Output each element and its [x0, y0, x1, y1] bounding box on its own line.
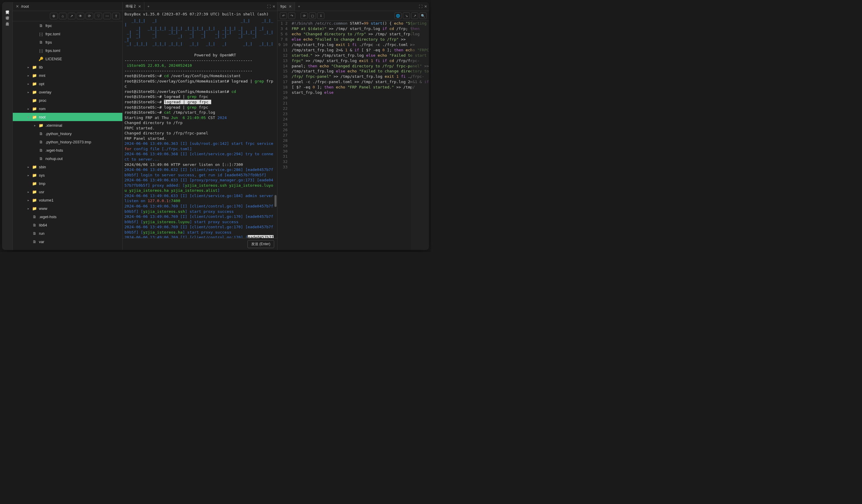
tree-item--wget-hsts[interactable]: 🗎.wget-hsts: [13, 146, 122, 154]
send-button[interactable]: 发送 (Enter): [247, 240, 274, 248]
tree-item-label: root: [39, 115, 45, 119]
tree-item-label: proc: [39, 98, 46, 103]
tree-item-frpc[interactable]: 🗎frpc: [13, 22, 122, 30]
path-bar: ✕ /root: [13, 2, 122, 11]
chevron-icon: ▸: [28, 190, 32, 194]
upload-icon[interactable]: ⇪: [112, 13, 120, 19]
chevron-icon: ▸: [28, 82, 32, 85]
expand-up-icon[interactable]: ↗: [411, 12, 418, 19]
editor-tabbar: frpc ✕ + ⛶ ✕: [277, 2, 429, 11]
tree-item-www[interactable]: ▸📁www: [13, 204, 122, 213]
activity-tab-commands[interactable]: 命令管理: [5, 10, 10, 16]
chevron-icon: ▸: [28, 165, 32, 169]
tree-item--xterminal[interactable]: ▸📁.xterminal: [13, 121, 122, 129]
tree-item-label: .python_history: [45, 132, 71, 136]
refresh-icon[interactable]: ⟳: [86, 13, 93, 19]
tree-item-LICENSE[interactable]: 🔑LICENSE: [13, 55, 122, 63]
minimap[interactable]: ▬▬▬▬▬▬▬▬▬▬▬▬▬▬▬▬▬▬▬▬▬▬▬▬▬▬▬▬▬▬▬▬▬▬▬▬▬▬▬▬…: [411, 21, 429, 250]
home-icon[interactable]: ⌂: [59, 13, 67, 19]
save-icon[interactable]: ▢: [309, 12, 316, 19]
tree-item-label: frps.toml: [45, 48, 60, 53]
maximize-icon[interactable]: ⛶: [267, 4, 271, 9]
maximize-icon[interactable]: ⛶: [419, 4, 422, 9]
close-tab-icon[interactable]: ✕: [138, 4, 141, 9]
terminal-scrollbar[interactable]: [274, 195, 276, 207]
tree-item-usr[interactable]: ▸📁usr: [13, 188, 122, 196]
chevron-icon: ▸: [28, 107, 32, 110]
tree-item-label: var: [39, 240, 44, 244]
activity-tab-files[interactable]: 文件管理: [5, 4, 10, 10]
chevron-icon: ▾: [28, 116, 32, 119]
tree-item-label: sbin: [39, 165, 46, 169]
tree-item-tmp[interactable]: 📁tmp: [13, 179, 122, 188]
new-tab-button[interactable]: +: [144, 4, 153, 9]
chevron-icon: ▸: [28, 207, 32, 210]
redo-icon[interactable]: ↷: [288, 12, 295, 19]
refresh-icon[interactable]: ⟳: [301, 12, 308, 19]
tree-item-rom[interactable]: ▸📁rom: [13, 105, 122, 113]
tree-item-run[interactable]: 🗎run: [13, 229, 122, 237]
tree-item--python_history[interactable]: 🗎.python_history: [13, 129, 122, 138]
app-window: 文件管理 命令管理 历史命令 ✕ /root ⊕ ⌂ ↗ 👁 ⟳ ♡ ⋯ ⇪ 🗎…: [2, 2, 429, 250]
more-icon[interactable]: ⋯: [103, 13, 111, 19]
terminal-body[interactable]: BusyBox v1.35.0 (2023-07-05 07:27:39 UTC…: [123, 11, 277, 238]
tree-item-label: .wget-hsts: [45, 148, 63, 152]
code-content: #!/bin/sh /etc/rc.common START=99 start(…: [290, 21, 429, 250]
target-icon[interactable]: ⊕: [50, 13, 57, 19]
tree-item-label: sys: [39, 173, 45, 177]
tree-item-lib64[interactable]: 🗎lib64: [13, 221, 122, 229]
editor-panel: frpc ✕ + ⛶ ✕ ↶ ↷ ⟳ ▢ ⇩ 🌐 ↘: [277, 2, 429, 250]
close-icon[interactable]: ✕: [15, 4, 19, 9]
terminal-tab[interactable]: 终端 2 ✕: [123, 2, 144, 11]
tree-item-label: lib: [39, 65, 43, 69]
undo-icon[interactable]: ↶: [280, 12, 287, 19]
chevron-icon: ▸: [28, 91, 32, 94]
tree-item-lib[interactable]: ▸📁lib: [13, 63, 122, 71]
tree-item-label: frpc.toml: [45, 32, 60, 36]
download-icon[interactable]: ⇩: [317, 12, 324, 19]
close-tab-icon[interactable]: ✕: [289, 4, 292, 9]
terminal-tabbar: 终端 2 ✕ + ⛶ ✕: [123, 2, 277, 11]
tree-item-label: nohup.out: [45, 156, 63, 161]
busybox-line: BusyBox v1.35.0 (2023-07-05 07:27:39 UTC…: [125, 12, 269, 16]
tree-item-frps-toml[interactable]: [·]frps.toml: [13, 46, 122, 55]
tree-item-frps[interactable]: 🗎frps: [13, 38, 122, 46]
editor-tab[interactable]: frpc ✕: [277, 2, 295, 11]
tree-item-volume1[interactable]: ▸📁volume1: [13, 196, 122, 204]
tree-item--python_history-20373-tmp[interactable]: 🗎.python_history-20373.tmp: [13, 138, 122, 146]
heart-icon[interactable]: ♡: [94, 13, 102, 19]
tree-item-root[interactable]: ▾📁root: [13, 113, 122, 121]
eye-icon[interactable]: 👁: [77, 13, 84, 19]
close-panel-icon[interactable]: ✕: [424, 4, 427, 9]
tree-item-label: .wget-hsts: [39, 215, 56, 219]
tree-item-opt[interactable]: ▸📁opt: [13, 80, 122, 88]
tree-item-mnt[interactable]: ▸📁mnt: [13, 71, 122, 80]
tree-item-proc[interactable]: 📁proc: [13, 96, 122, 105]
activity-tab-history[interactable]: 历史命令: [5, 16, 10, 22]
file-tree[interactable]: 🗎frpc[·]frpc.toml🗎frps[·]frps.toml🔑LICEN…: [13, 22, 122, 250]
tree-item-sys[interactable]: ▸📁sys: [13, 171, 122, 179]
expand-down-icon[interactable]: ↘: [403, 12, 410, 19]
new-editor-tab-button[interactable]: +: [295, 4, 303, 9]
editor-body[interactable]: 1 2 3 4 5 6 7 8 9 10 11 12 13 14 15 16 1…: [277, 21, 429, 250]
tree-item-label: usr: [39, 190, 44, 194]
chevron-icon: ▸: [28, 66, 32, 69]
tree-item-var[interactable]: 🗎var: [13, 237, 122, 246]
tree-item-label: volume1: [39, 198, 53, 202]
tree-item-label: lib64: [39, 223, 47, 227]
tree-item-label: mnt: [39, 73, 45, 78]
close-panel-icon[interactable]: ✕: [272, 4, 275, 9]
tree-item-frpc-toml[interactable]: [·]frpc.toml: [13, 30, 122, 38]
tree-item-overlay[interactable]: ▸📁overlay: [13, 88, 122, 96]
tree-item-label: .python_history-20373.tmp: [45, 140, 91, 144]
expand-icon[interactable]: ↗: [68, 13, 76, 19]
line-gutter: 1 2 3 4 5 6 7 8 9 10 11 12 13 14 15 16 1…: [277, 21, 290, 250]
globe-icon[interactable]: 🌐: [394, 12, 402, 19]
search-icon[interactable]: 🔍: [419, 12, 427, 19]
tree-item-sbin[interactable]: ▸📁sbin: [13, 163, 122, 171]
path-input[interactable]: /root: [19, 3, 121, 9]
tree-item-label: rom: [39, 107, 45, 111]
tree-item-label: .xterminal: [45, 123, 62, 128]
tree-item--wget-hsts[interactable]: 🗎.wget-hsts: [13, 213, 122, 221]
tree-item-nohup-out[interactable]: 🗎nohup.out: [13, 154, 122, 163]
